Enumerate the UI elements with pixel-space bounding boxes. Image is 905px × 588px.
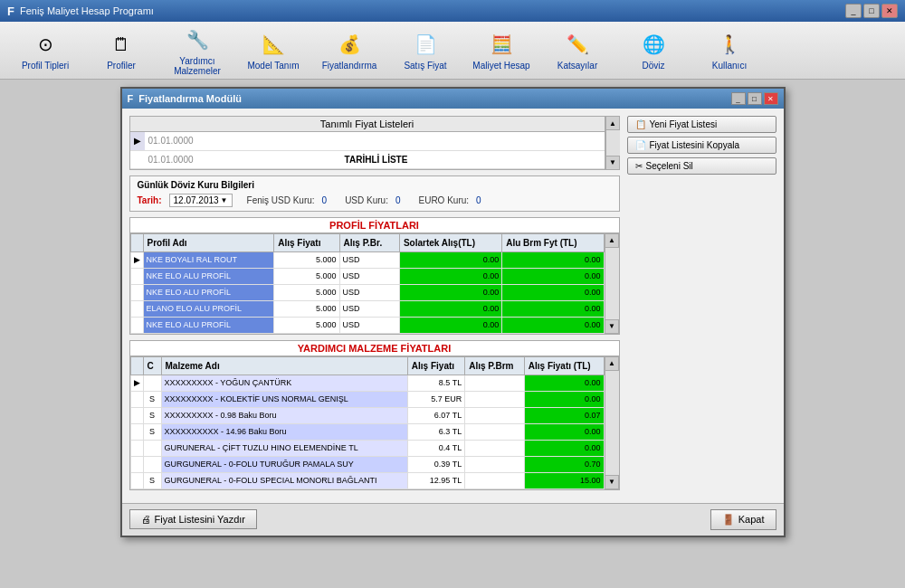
currency-section: Günlük Döviz Kuru Bilgileri Tarih: 12.07… <box>129 175 620 212</box>
ym-col-tl: Alış Fiyatı (TL) <box>524 356 604 375</box>
close-btn[interactable]: ✕ <box>881 4 898 18</box>
profil-row-2[interactable]: NKE ELO ALU PROFİL5.000USD0.000.00 <box>130 284 604 300</box>
toolbar-doviz[interactable]: 🌐 Döviz <box>617 26 690 74</box>
toolbar-profil-tipleri[interactable]: ⊙ Profil Tipleri <box>9 26 81 74</box>
ym-c-0 <box>143 375 161 391</box>
row-arrow-2 <box>130 150 145 168</box>
bottom-bar: 🖨 Fiyat Listesini Yazdır 🚪 Kapat <box>122 503 784 536</box>
profil-row-4[interactable]: NKE ELO ALU PROFİL5.000USD0.000.00 <box>130 317 604 333</box>
toolbar-yardimci-malzemeler[interactable]: 🔧 Yardımcı Malzemeler <box>161 22 233 80</box>
ym-pbrm-5 <box>465 456 525 472</box>
print-btn[interactable]: 🖨 Fiyat Listesini Yazdır <box>129 509 257 529</box>
profil-pbr-0: USD <box>339 251 399 268</box>
profil-alu-3: 0.00 <box>502 300 604 317</box>
profil-row-0[interactable]: ▶NKE BOYALI RAL ROUT5.000USD0.000.00 <box>130 251 604 268</box>
ym-row-4[interactable]: GURUNERAL - ÇİFT TUZLU HINO ELEMENDİNE T… <box>130 440 604 456</box>
ym-tl-5: 0.70 <box>524 456 604 472</box>
yardimci-table-wrapper: C Malzeme Adı Alış Fiyatı Alış P.Brm Alı… <box>129 356 620 490</box>
inner-close-btn[interactable]: ✕ <box>764 92 778 105</box>
ym-name-1: XXXXXXXXX - KOLEKTİF UNS NORMAL GENIŞL <box>161 391 407 407</box>
toolbar-profiler[interactable]: 🗒 Profiler <box>85 26 157 74</box>
date-picker[interactable]: 12.07.2013 ▼ <box>169 194 233 207</box>
profil-row-3[interactable]: ELANO ELO ALU PROFİL5.000USD0.000.00 <box>130 300 604 317</box>
ym-pbrm-0 <box>465 375 525 391</box>
sil-icon: ✂ <box>635 161 643 171</box>
toolbar-model-tanim[interactable]: 📐 Model Tanım <box>237 26 310 74</box>
toolbar-fiyatlandirma[interactable]: 💰 Fiyatlandırma <box>313 26 386 74</box>
inner-maximize-btn[interactable]: □ <box>748 92 762 105</box>
fiyat-listesini-kopyala-btn[interactable]: 📄 Fiyat Listesini Kopyala <box>627 137 776 154</box>
ym-row-0[interactable]: ▶XXXXXXXXX - YOĞUN ÇANTÜRK8.5 TL0.00 <box>130 375 604 391</box>
toolbar-kullanici[interactable]: 🚶 Kullanıcı <box>693 26 766 74</box>
ym-row-6[interactable]: SGURGUNERAL - 0-FOLU SPECIAL MONORLI BAĞ… <box>130 472 604 488</box>
usd-kuru-value: 0 <box>395 195 401 205</box>
seceleni-sil-btn[interactable]: ✂ Seçeleni Sil <box>627 157 776 175</box>
col-profil-adi: Profil Adı <box>143 233 274 251</box>
price-list-row-1[interactable]: ▶ 01.01.0000 <box>130 132 605 150</box>
yardimci-scrollbar[interactable]: ▲ ▼ <box>605 356 619 489</box>
price-list-header: Tanımlı Fiyat Listeleri <box>130 117 605 132</box>
tarih-label: Tarih: <box>138 195 162 205</box>
katsayilar-label: Katsayılar <box>557 61 597 71</box>
profil-arrow-3 <box>130 300 143 317</box>
inner-window-icon: F <box>128 93 134 104</box>
profil-row-1[interactable]: NKE ELO ALU PROFİL5.000USD0.000.00 <box>130 268 604 284</box>
inner-title-controls[interactable]: _ □ ✕ <box>731 92 778 105</box>
maximize-btn[interactable]: □ <box>863 4 880 18</box>
col-alu-brm: Alu Brm Fyt (TL) <box>502 233 604 251</box>
ym-row-5[interactable]: GURGUNERAL - 0-FOLU TURUĞUR PAMALA SUY0.… <box>130 456 604 472</box>
sil-label: Seçeleni Sil <box>646 161 693 171</box>
price-list-scrollbar[interactable]: ▲ ▼ <box>605 116 620 170</box>
yeni-fiyat-listesi-btn[interactable]: 📋 Yeni Fiyat Listesi <box>627 116 776 133</box>
scroll-up-btn[interactable]: ▲ <box>605 116 620 130</box>
inner-title-bar: F Fiyatlandırma Modülü _ □ ✕ <box>122 89 784 109</box>
print-icon: 🖨 <box>141 514 151 525</box>
title-bar-controls[interactable]: _ □ ✕ <box>845 4 898 18</box>
ym-alis-4: 0.4 TL <box>407 440 464 456</box>
inner-minimize-btn[interactable]: _ <box>731 92 746 105</box>
profil-alis-4: 5.000 <box>274 317 339 333</box>
ym-row-1[interactable]: SXXXXXXXXX - KOLEKTİF UNS NORMAL GENIŞL5… <box>130 391 604 407</box>
toolbar-katsayilar[interactable]: ✏️ Katsayılar <box>541 26 614 74</box>
price-list-code-2: 01.01.0000 <box>145 150 341 168</box>
toolbar-maliyet-hesap[interactable]: 🧮 Maliyet Hesap <box>465 26 538 74</box>
maliyet-hesap-label: Maliyet Hesap <box>472 61 529 71</box>
profil-scroll-down[interactable]: ▼ <box>605 319 619 334</box>
ym-arrow-0: ▶ <box>130 375 143 391</box>
profil-scroll-up[interactable]: ▲ <box>605 233 619 248</box>
katsayilar-icon: ✏️ <box>563 30 592 59</box>
ym-row-2[interactable]: SXXXXXXXXX - 0.98 Baku Boru6.07 TL0.07 <box>130 407 604 423</box>
toolbar-satis-fiyat[interactable]: 📄 Satış Fiyat <box>389 26 462 74</box>
profil-alu-1: 0.00 <box>502 268 604 284</box>
profil-arrow-1 <box>130 268 143 284</box>
ym-tl-4: 0.00 <box>524 440 604 456</box>
ym-c-5 <box>143 456 161 472</box>
date-dropdown-arrow[interactable]: ▼ <box>221 196 228 204</box>
ym-row-3[interactable]: SXXXXXXXXXX - 14.96 Baku Boru6.3 TL0.00 <box>130 423 604 440</box>
ym-c-4 <box>143 440 161 456</box>
profil-tipleri-icon: ⊙ <box>31 30 60 59</box>
fenis-usd-label: Feniş USD Kuru: <box>247 195 315 205</box>
profil-scrollbar[interactable]: ▲ ▼ <box>605 233 619 334</box>
yardimci-scroll-up[interactable]: ▲ <box>605 356 619 371</box>
kopyala-icon: 📄 <box>635 140 646 150</box>
price-list-row-2[interactable]: 01.01.0000 TARİHLİ LİSTE <box>130 150 605 168</box>
profil-solartek-3: 0.00 <box>399 300 501 317</box>
print-label: Fiyat Listesini Yazdır <box>155 514 245 525</box>
ym-pbrm-2 <box>465 407 525 423</box>
profil-alu-2: 0.00 <box>502 284 604 300</box>
profil-arrow-2 <box>130 284 143 300</box>
close-window-btn[interactable]: 🚪 Kapat <box>710 509 776 530</box>
ym-arrow-2 <box>130 407 143 423</box>
satis-fiyat-label: Satış Fiyat <box>404 61 446 71</box>
model-tanim-label: Model Tanım <box>247 61 299 71</box>
profil-pbr-4: USD <box>339 317 399 333</box>
minimize-btn[interactable]: _ <box>845 4 862 18</box>
yardimci-scroll-down[interactable]: ▼ <box>605 475 619 489</box>
profil-solartek-1: 0.00 <box>399 268 501 284</box>
price-list-name-2: TARİHLİ LİSTE <box>341 150 605 168</box>
scroll-down-btn[interactable]: ▼ <box>605 156 620 170</box>
main-area: F Fiyatlandırma Modülü _ □ ✕ Tanımlı Fiy… <box>0 80 905 588</box>
col-solartek: Solartek Alış(TL) <box>399 233 501 251</box>
profil-arrow-4 <box>130 317 143 333</box>
